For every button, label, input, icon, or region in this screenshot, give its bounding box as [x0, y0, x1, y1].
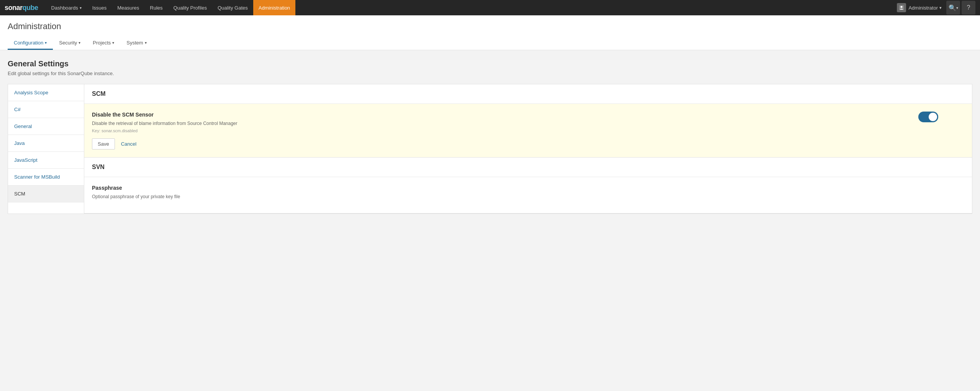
- scm-section-title: SCM: [84, 84, 972, 104]
- search-icon: 🔍: [949, 4, 956, 12]
- sidebar-item-scanner-msbuild[interactable]: Scanner for MSBuild: [8, 169, 84, 186]
- system-caret-icon: ▾: [145, 41, 147, 45]
- security-caret-icon: ▾: [79, 41, 80, 45]
- disable-scm-info: Disable the SCM Sensor Disable the retri…: [92, 112, 911, 150]
- disable-scm-description: Disable the retrieval of blame informati…: [92, 120, 238, 127]
- sub-header: Administration Configuration ▾ Security …: [0, 15, 980, 50]
- svn-section-title: SVN: [84, 158, 972, 177]
- settings-sidebar: Analysis Scope C# General Java JavaScrip…: [8, 84, 84, 214]
- sub-navigation: Configuration ▾ Security ▾ Projects ▾ Sy…: [8, 37, 972, 50]
- save-cancel-row: Save Cancel: [92, 138, 911, 150]
- sidebar-item-general[interactable]: General: [8, 118, 84, 135]
- help-icon: ?: [967, 4, 970, 11]
- nav-dashboards[interactable]: Dashboards ▾: [46, 0, 87, 15]
- projects-caret-icon: ▾: [112, 41, 114, 45]
- save-button[interactable]: Save: [92, 138, 115, 150]
- sidebar-item-scm[interactable]: SCM: [8, 186, 84, 202]
- passphrase-description: Optional passphrase of your private key …: [92, 193, 238, 200]
- user-avatar: [897, 3, 906, 12]
- user-name: Administrator: [908, 5, 938, 11]
- toggle-thumb: [929, 113, 937, 121]
- tab-configuration[interactable]: Configuration ▾: [8, 37, 53, 50]
- svn-section: SVN Passphrase Optional passphrase of yo…: [84, 158, 972, 214]
- top-navigation: sonarqube Dashboards ▾ Issues Measures R…: [0, 0, 980, 15]
- logo-sonar: sonar: [5, 4, 23, 12]
- nav-quality-gates[interactable]: Quality Gates: [212, 0, 253, 15]
- settings-content: SCM Disable the SCM Sensor Disable the r…: [84, 84, 972, 214]
- tab-projects[interactable]: Projects ▾: [87, 37, 120, 50]
- logo-qube: qube: [23, 4, 38, 12]
- disable-scm-key: Key: sonar.scm.disabled: [92, 128, 911, 133]
- nav-quality-profiles[interactable]: Quality Profiles: [168, 0, 212, 15]
- toggle-track: [918, 112, 938, 122]
- search-button[interactable]: 🔍 ▾: [946, 1, 960, 15]
- disable-scm-label: Disable the SCM Sensor: [92, 112, 911, 118]
- passphrase-label: Passphrase: [92, 185, 964, 191]
- nav-right: Administrator ▾ 🔍 ▾ ?: [894, 1, 975, 15]
- nav-items: Dashboards ▾ Issues Measures Rules Quali…: [46, 0, 894, 15]
- page-main-title: Administration: [8, 21, 972, 31]
- nav-issues[interactable]: Issues: [87, 0, 112, 15]
- svg-point-1: [901, 6, 903, 8]
- main-layout: Analysis Scope C# General Java JavaScrip…: [8, 84, 972, 214]
- sidebar-item-csharp[interactable]: C#: [8, 101, 84, 118]
- nav-administration[interactable]: Administration: [253, 0, 295, 15]
- tab-system[interactable]: System ▾: [120, 37, 152, 50]
- scm-section: SCM Disable the SCM Sensor Disable the r…: [84, 84, 972, 158]
- sidebar-item-analysis-scope[interactable]: Analysis Scope: [8, 84, 84, 101]
- configuration-caret-icon: ▾: [45, 41, 47, 45]
- user-menu[interactable]: Administrator ▾: [894, 3, 945, 12]
- disable-scm-row: Disable the SCM Sensor Disable the retri…: [84, 104, 972, 157]
- page-content: General Settings Edit global settings fo…: [0, 50, 980, 223]
- cancel-button[interactable]: Cancel: [118, 139, 139, 149]
- nav-measures[interactable]: Measures: [112, 0, 144, 15]
- logo[interactable]: sonarqube: [5, 4, 38, 12]
- general-settings-subtitle: Edit global settings for this SonarQube …: [8, 71, 972, 76]
- disable-scm-control: [918, 112, 964, 122]
- passphrase-row: Passphrase Optional passphrase of your p…: [84, 177, 972, 209]
- nav-rules[interactable]: Rules: [144, 0, 168, 15]
- dashboards-caret-icon: ▾: [80, 6, 82, 10]
- passphrase-info: Passphrase Optional passphrase of your p…: [92, 185, 964, 202]
- sidebar-item-java[interactable]: Java: [8, 135, 84, 152]
- help-button[interactable]: ?: [962, 1, 975, 15]
- general-settings-title: General Settings: [8, 59, 972, 68]
- search-caret-icon: ▾: [956, 6, 958, 10]
- sidebar-item-javascript[interactable]: JavaScript: [8, 152, 84, 169]
- user-caret-icon: ▾: [939, 5, 942, 10]
- tab-security[interactable]: Security ▾: [53, 37, 87, 50]
- scm-toggle[interactable]: [918, 112, 938, 122]
